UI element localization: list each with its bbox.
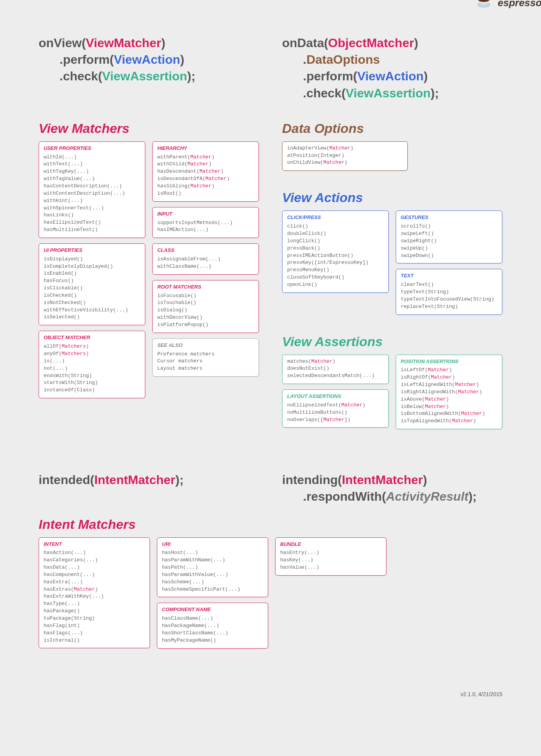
- code-line: hasParamWithValue(...): [162, 571, 263, 579]
- card-bundle: BUNDLE hasEntry(...)hasKey(...)hasValue(…: [275, 537, 386, 576]
- code-line: isCompletelyDisplayed(): [44, 263, 140, 270]
- card-user-properties: USER PROPERTIES withId(...)withText(...)…: [39, 141, 145, 238]
- code-line: withChild(Matcher): [157, 161, 254, 168]
- footer-version: v2.1.0, 4/21/2015: [39, 691, 502, 697]
- card-see-also: SEE ALSO Preference matchersCursor match…: [152, 338, 259, 377]
- code-line: isAbove(Matcher): [401, 396, 497, 403]
- code-line: isTouchable(): [157, 299, 254, 307]
- code-line: isSelected(): [44, 314, 140, 321]
- intent-signatures: intended(IntentMatcher); intending(Inten…: [39, 472, 502, 505]
- code-line: atPosition(Integer): [287, 152, 403, 160]
- code-line: hasPackageName(...): [162, 622, 263, 630]
- code-line: anyOf(Matchers): [44, 350, 140, 358]
- card-assertions-main: matches(Matcher)doesNotExist()selectedDe…: [282, 355, 389, 384]
- code-line: hasClassName(...): [162, 615, 263, 622]
- code-line: is(...): [44, 358, 140, 365]
- code-line: replaceText(String): [401, 303, 497, 311]
- code-line: inAdapterView(Matcher): [287, 145, 403, 152]
- code-line: hasExtra(...): [44, 579, 145, 586]
- code-line: doubleClick(): [287, 230, 384, 238]
- code-line: isFocusable(): [157, 292, 254, 300]
- card-object-matcher: OBJECT MATCHER allOf(Matchers)anyOf(Matc…: [39, 331, 145, 398]
- code-line: hasSibling(Matcher): [157, 183, 254, 190]
- code-line: pressIMEActionButton(): [287, 252, 384, 260]
- code-line: withParent(Matcher): [157, 154, 254, 161]
- code-line: clearText(): [401, 281, 497, 289]
- code-line: hasHost(...): [162, 549, 263, 557]
- code-line: hasType(...): [44, 600, 145, 608]
- code-line: withDecorView(): [157, 314, 254, 321]
- code-line: swipeUp(): [401, 245, 497, 252]
- code-line: swipeLeft(): [401, 230, 497, 238]
- code-line: hasScheme(...): [162, 579, 263, 586]
- code-line: hasContentDescription(...): [44, 183, 140, 190]
- code-line: isDescendantOfA(Matcher): [157, 175, 254, 183]
- card-input: INPUT supportsInputMethods(...)hasIMEAct…: [152, 207, 259, 238]
- code-line: hasFocus(): [44, 277, 140, 285]
- code-line: hasCategories(...): [44, 557, 145, 564]
- code-line: isTopAlignedWith(Matcher): [401, 418, 497, 425]
- code-line: isRightOf(Matcher): [401, 374, 497, 381]
- code-line: hasIMEAction(...): [157, 226, 254, 234]
- view-assertions-title: View Assertions: [282, 334, 502, 349]
- code-line: isAssignableFrom(...): [157, 256, 254, 263]
- card-uri: URI hasHost(...)hasParamWithName(...)has…: [157, 537, 268, 598]
- code-line: toPackage(String): [44, 615, 145, 622]
- card-root-matchers: ROOT MATCHERS isFocusable()isTouchable()…: [152, 280, 259, 333]
- code-line: withId(...): [44, 154, 140, 161]
- code-line: allOf(Matchers): [44, 343, 140, 350]
- code-line: supportsInputMethods(...): [157, 219, 254, 227]
- card-data-options: inAdapterView(Matcher)atPosition(Integer…: [282, 141, 408, 171]
- code-line: noMultilineButtons(): [287, 409, 384, 416]
- code-line: isRightAlignedWith(Matcher): [401, 389, 497, 396]
- card-text-actions: TEXT clearText()typeText(String)typeText…: [396, 269, 502, 314]
- card-intent: INTENT hasAction(...)hasCategories(...)h…: [39, 537, 150, 649]
- espresso-cup-icon: [477, 0, 494, 8]
- code-line: withHint(...): [44, 197, 140, 205]
- code-line: isLeftAlignedWith(Matcher): [401, 381, 497, 389]
- code-line: isDialog(): [157, 307, 254, 314]
- code-line: withClassName(...): [157, 263, 254, 270]
- code-line: withTagValue(...): [44, 175, 140, 183]
- code-line: hasMyPackageName(): [162, 637, 263, 644]
- view-matchers-title: View Matchers: [39, 121, 259, 136]
- product-name: espresso 2.1: [498, 0, 541, 9]
- code-line: typeTextIntoFocusedView(String): [401, 296, 497, 303]
- intending-signature: intending(IntentMatcher) .respondWith(Ac…: [282, 472, 502, 505]
- code-line: hasComponent(...): [44, 571, 145, 579]
- code-line: Preference matchers: [157, 351, 254, 358]
- code-line: startsWith(String): [44, 379, 140, 387]
- code-line: doesNotExist(): [287, 365, 384, 372]
- code-line: typeText(String): [401, 289, 497, 296]
- card-hierarchy: HIERARCHY withParent(Matcher)withChild(M…: [152, 141, 259, 202]
- code-line: hasEntry(...): [280, 549, 381, 557]
- card-ui-properties: UI PROPERTIES isDisplayed()isCompletelyD…: [39, 243, 145, 325]
- code-line: swipeRight(): [401, 238, 497, 245]
- code-line: hasAction(...): [44, 549, 145, 557]
- code-line: isBottomAlignedWith(Matcher): [401, 410, 497, 418]
- card-class: CLASS isAssignableFrom(...)withClassName…: [152, 243, 259, 275]
- code-line: pressBack(): [287, 245, 384, 252]
- code-line: hasExtras(Matcher): [44, 586, 145, 593]
- card-component-name: COMPONENT NAME hasClassName(...)hasPacka…: [157, 603, 268, 648]
- card-gestures: GESTURES scrollTo()swipeLeft()swipeRight…: [396, 211, 502, 263]
- code-line: isNotChecked(): [44, 299, 140, 307]
- code-line: hasParamWithName(...): [162, 557, 263, 564]
- code-line: hasDescendant(Matcher): [157, 168, 254, 175]
- logo: CHEAT SHEET espresso 2.1: [477, 0, 541, 9]
- code-line: noEllipseizedText(Matcher): [287, 402, 384, 409]
- code-line: endsWith(String): [44, 372, 140, 380]
- code-line: closeSoftKeyboard(): [287, 274, 384, 281]
- code-line: withTagKey(...): [44, 168, 140, 175]
- intended-signature: intended(IntentMatcher);: [39, 472, 259, 488]
- code-line: hasKey(...): [280, 557, 381, 564]
- code-line: isRoot(): [157, 190, 254, 197]
- onview-signature: onView(ViewMatcher) .perform(ViewAction)…: [39, 35, 259, 85]
- card-position-assertions: POSITION ASSERTIONS isLeftOf(Matcher)isR…: [396, 355, 502, 430]
- api-signatures: onView(ViewMatcher) .perform(ViewAction)…: [39, 35, 502, 102]
- code-line: hasLinks(): [44, 212, 140, 219]
- code-line: isClickable(): [44, 285, 140, 292]
- code-line: hasMultilineTest(): [44, 226, 140, 234]
- intent-matchers-title: Intent Matchers: [39, 517, 502, 532]
- code-line: matches(Matcher): [287, 358, 384, 365]
